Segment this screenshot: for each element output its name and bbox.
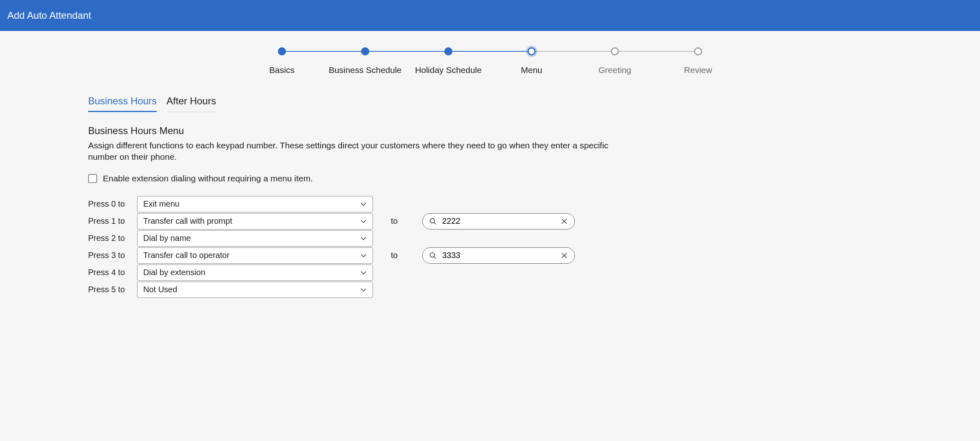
step-dot	[444, 47, 452, 55]
key-action-select[interactable]: Dial by extension	[137, 265, 373, 281]
key-action-select[interactable]: Exit menu	[137, 196, 373, 212]
key-row-0: Press 0 toExit menu	[88, 196, 980, 213]
step-connector	[532, 51, 615, 52]
key-action-select[interactable]: Not Used	[137, 282, 373, 298]
key-label: Press 2 to	[88, 234, 137, 243]
step-connector	[448, 51, 532, 52]
transfer-target-group: to	[391, 213, 575, 229]
step-label: Review	[684, 65, 712, 75]
stepper: BasicsBusiness ScheduleHoliday ScheduleM…	[240, 47, 740, 75]
step-basics[interactable]: Basics	[240, 47, 324, 75]
key-label: Press 5 to	[88, 285, 137, 294]
select-value: Dial by name	[143, 234, 191, 243]
step-label: Greeting	[599, 65, 632, 75]
page-title: Add Auto Attendant	[7, 10, 91, 21]
transfer-target-input[interactable]	[442, 251, 555, 260]
clear-icon[interactable]	[561, 218, 568, 225]
step-connector	[365, 51, 448, 52]
svg-line-1	[434, 223, 436, 225]
key-row-1: Press 1 toTransfer call with promptto	[88, 213, 980, 230]
tab-after-hours[interactable]: After Hours	[166, 93, 216, 112]
step-connector	[282, 51, 365, 52]
key-label: Press 3 to	[88, 251, 137, 260]
select-value: Transfer call with prompt	[143, 216, 232, 226]
content-area: Business HoursAfter Hours Business Hours…	[0, 88, 980, 315]
svg-line-5	[434, 257, 436, 259]
step-label: Menu	[521, 65, 543, 75]
to-label: to	[391, 251, 398, 260]
extension-dialing-checkbox[interactable]	[88, 174, 97, 183]
transfer-target-field[interactable]	[422, 247, 575, 264]
chevron-down-icon	[360, 218, 367, 225]
transfer-target-field[interactable]	[422, 213, 575, 229]
key-row-5: Press 5 toNot Used	[88, 281, 980, 298]
tab-business-hours[interactable]: Business Hours	[88, 93, 157, 112]
chevron-down-icon	[360, 269, 367, 276]
key-label: Press 4 to	[88, 268, 137, 277]
step-dot	[278, 47, 286, 55]
svg-point-4	[430, 253, 435, 257]
extension-dialing-row: Enable extension dialing without requiri…	[88, 174, 980, 183]
select-value: Transfer call to operator	[143, 251, 230, 260]
step-dot	[611, 47, 619, 55]
step-label: Holiday Schedule	[415, 65, 481, 75]
tabs: Business HoursAfter Hours	[88, 93, 980, 112]
section-title: Business Hours Menu	[88, 125, 980, 137]
page-header: Add Auto Attendant	[0, 0, 980, 31]
section-description: Assign different functions to each keypa…	[88, 140, 635, 163]
stepper-container: BasicsBusiness ScheduleHoliday ScheduleM…	[0, 31, 980, 88]
to-label: to	[391, 216, 398, 226]
step-connector	[615, 51, 698, 52]
key-row-2: Press 2 toDial by name	[88, 230, 980, 247]
step-dot	[694, 47, 702, 55]
key-action-select[interactable]: Dial by name	[137, 230, 373, 247]
key-label: Press 1 to	[88, 216, 137, 226]
chevron-down-icon	[360, 287, 367, 293]
step-label: Basics	[269, 65, 295, 75]
transfer-target-group: to	[391, 247, 575, 264]
key-action-select[interactable]: Transfer call to operator	[137, 247, 373, 264]
step-label: Business Schedule	[329, 65, 402, 75]
key-label: Press 0 to	[88, 199, 137, 209]
search-icon	[429, 218, 437, 225]
step-dot	[361, 47, 369, 55]
select-value: Not Used	[143, 285, 177, 294]
select-value: Dial by extension	[143, 268, 205, 277]
key-action-select[interactable]: Transfer call with prompt	[137, 213, 373, 229]
extension-dialing-label: Enable extension dialing without requiri…	[103, 174, 313, 183]
key-row-3: Press 3 toTransfer call to operatorto	[88, 247, 980, 264]
chevron-down-icon	[360, 201, 367, 207]
step-dot	[528, 47, 536, 55]
clear-icon[interactable]	[561, 252, 568, 259]
svg-point-0	[430, 218, 435, 223]
chevron-down-icon	[360, 252, 367, 259]
key-row-4: Press 4 toDial by extension	[88, 264, 980, 281]
search-icon	[429, 252, 437, 259]
chevron-down-icon	[360, 235, 367, 242]
keypad-config-list: Press 0 toExit menuPress 1 toTransfer ca…	[88, 196, 980, 298]
select-value: Exit menu	[143, 199, 180, 209]
transfer-target-input[interactable]	[442, 216, 555, 226]
